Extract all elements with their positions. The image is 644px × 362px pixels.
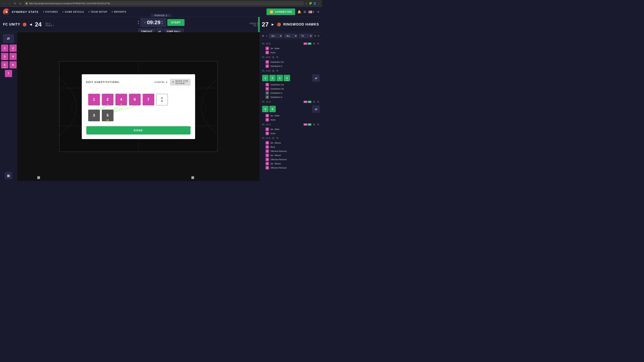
away-next-arrow[interactable]: ► bbox=[271, 22, 274, 27]
sb-player-2[interactable]: 2 bbox=[269, 75, 276, 81]
feed-event-6a: 2 2pt - Missed bbox=[261, 141, 321, 145]
modal-player-6[interactable]: 6 bbox=[129, 94, 141, 105]
edit-btn-3[interactable]: ✎ bbox=[276, 69, 279, 73]
nav-game-details[interactable]: GAME DETAILS bbox=[62, 11, 84, 13]
event-text-3a: Substitution Out bbox=[270, 84, 284, 86]
left-player-6[interactable]: 6 bbox=[10, 61, 16, 68]
away-team-name: RINGWOOD HAWKS bbox=[283, 23, 319, 27]
connected-btn[interactable]: 📶 CONNECTED bbox=[266, 9, 295, 15]
cancel-button[interactable]: CANCEL ✕ bbox=[154, 81, 168, 84]
period-p1-3: P1 bbox=[262, 70, 264, 72]
nav-fixtures[interactable]: FIXTURES bbox=[43, 11, 58, 13]
sb-player-1[interactable]: 1 bbox=[262, 75, 268, 81]
edit-btn-5[interactable]: ✎ bbox=[317, 123, 320, 126]
period-p1-6: P1 bbox=[262, 137, 264, 139]
event-text-5b: Assist bbox=[270, 132, 276, 135]
feed-event-3c: 2 Substitution In bbox=[261, 91, 321, 95]
start-button[interactable]: START bbox=[167, 19, 184, 26]
edit-btn-2[interactable]: ✎ bbox=[276, 55, 279, 59]
sb-player-5[interactable]: 5 bbox=[262, 106, 268, 112]
timer-down-arrow[interactable]: ▼ bbox=[138, 23, 140, 25]
copy-btn-6[interactable]: ⎘ bbox=[272, 136, 274, 140]
home-btn[interactable]: ⊙ bbox=[18, 2, 22, 5]
sidebar-header: ⚙ ✕ ALL ALL P1 ⎘ ✎ bbox=[260, 32, 322, 40]
mark-for-review-button[interactable]: ★ MARK FOR REVIEW bbox=[170, 79, 190, 86]
feed-event-6f: 2 2pt - Missed bbox=[261, 162, 321, 166]
feed-event-3b: 5 Substitution Out bbox=[261, 87, 321, 91]
copy-btn-4[interactable]: ⎘ bbox=[313, 100, 315, 104]
left-player-1[interactable]: 1 bbox=[1, 45, 8, 52]
logout-icon[interactable]: ⇥ bbox=[316, 10, 319, 14]
menu-icon[interactable]: ⋮ bbox=[318, 2, 320, 5]
done-button[interactable]: DONE bbox=[86, 126, 190, 135]
sb-player-6[interactable]: 6 bbox=[269, 106, 276, 112]
home-prev-arrow[interactable]: ◄ bbox=[29, 22, 33, 27]
edit-btn-4[interactable]: ✎ bbox=[317, 100, 320, 104]
profile-icon[interactable]: 👤 bbox=[313, 2, 316, 5]
shuffle-right-btn-1[interactable]: ⇄ bbox=[312, 74, 320, 82]
back-btn[interactable]: ← bbox=[2, 2, 6, 5]
left-player-3[interactable]: 3 bbox=[1, 53, 8, 60]
edit-substitutions-modal: EDIT SUBSTITUTIONS: CANCEL ✕ ★ MARK FOR … bbox=[82, 74, 195, 139]
left-player-7[interactable]: 7 bbox=[5, 70, 12, 77]
event-text-4a: 3pt - Made bbox=[270, 115, 280, 117]
grid-icon-bottom-right[interactable]: ▦ bbox=[191, 175, 194, 179]
shuffle-right-btn-2[interactable]: ⇄ bbox=[312, 105, 320, 113]
feed-period-row-3: P1 00:03 ⎘ ✎ bbox=[261, 68, 321, 74]
copy-btn-2[interactable]: ⎘ bbox=[272, 55, 274, 59]
filter-select-2[interactable]: ALL bbox=[284, 34, 298, 38]
filter-icon[interactable]: ⚙ bbox=[262, 34, 264, 38]
player-num-4: 4 bbox=[266, 47, 269, 50]
flag-area[interactable]: 🇺🇸 ▾ bbox=[308, 10, 314, 14]
event-text-6a: 2pt - Missed bbox=[270, 142, 281, 144]
player-num-6b: 6 bbox=[266, 128, 269, 131]
modal-more-players-btn[interactable]: ▾▾ bbox=[156, 94, 168, 105]
modal-player-2[interactable]: 2 bbox=[102, 94, 114, 105]
copy-btn-5[interactable]: ⎘ bbox=[313, 123, 315, 126]
sb-player-4[interactable]: 4 bbox=[284, 75, 290, 81]
nav-reports[interactable]: REPORTS bbox=[112, 11, 126, 13]
bookmark-icon[interactable]: ☆ bbox=[305, 2, 308, 5]
edit-btn-1[interactable]: ✎ bbox=[317, 42, 320, 46]
copy-btn-1[interactable]: ⎘ bbox=[313, 42, 315, 46]
copy-icon[interactable]: ⎘ bbox=[314, 34, 316, 38]
nav-team-setup[interactable]: TEAM SETUP bbox=[88, 11, 107, 13]
modal-player-4[interactable]: 4 bbox=[116, 94, 127, 105]
modal-player-7[interactable]: 7 bbox=[142, 94, 154, 105]
copy-btn-3[interactable]: ⎘ bbox=[272, 69, 274, 73]
left-player-4[interactable]: 4 bbox=[10, 53, 16, 60]
feed-event-6b: 1 Block bbox=[261, 145, 321, 149]
player-num-5a: 5 bbox=[266, 51, 269, 54]
modal-player-5[interactable]: 5 bbox=[102, 110, 114, 121]
away-team-section: FOULS: 0 TO: 1 27 ► 🏀 RINGWOOD HAWKS bbox=[188, 21, 319, 28]
modal-player-3[interactable]: 3 bbox=[88, 110, 100, 121]
grid-icon-left[interactable]: ▦ bbox=[5, 172, 12, 179]
url-bar[interactable]: 🔒 https://fg.sandpit.cloud.atriumsports.… bbox=[24, 1, 304, 6]
filter-x-icon[interactable]: ✕ bbox=[266, 35, 268, 37]
modal-title: EDIT SUBSTITUTIONS: bbox=[86, 81, 120, 84]
left-player-2[interactable]: 2 bbox=[10, 45, 16, 52]
modal-player-1[interactable]: 1 bbox=[88, 94, 100, 105]
edit-btn-6[interactable]: ✎ bbox=[276, 136, 279, 140]
event-text-1a: 3pt - Made bbox=[270, 48, 280, 50]
extensions-icon[interactable]: 🧩 bbox=[309, 2, 312, 5]
event-text-3d: Substitution In bbox=[270, 96, 282, 98]
basketball-court: EDIT SUBSTITUTIONS: CANCEL ✕ ★ MARK FOR … bbox=[59, 61, 218, 152]
modal-actions: CANCEL ✕ ★ MARK FOR REVIEW bbox=[154, 79, 190, 86]
sb-player-3[interactable]: 3 bbox=[276, 75, 283, 81]
settings-icon[interactable]: ⊞ bbox=[304, 10, 306, 14]
notification-icon[interactable]: 🔔 bbox=[298, 10, 301, 14]
app-title: SYNERGY STATS bbox=[12, 11, 38, 14]
filter-select-1[interactable]: ALL bbox=[269, 34, 282, 38]
event-text-3c: Substitution In bbox=[270, 92, 282, 94]
forward-btn[interactable]: → bbox=[8, 2, 12, 5]
shuffle-left-btn[interactable]: ⇄ bbox=[3, 34, 14, 43]
left-player-5[interactable]: 5 bbox=[1, 61, 8, 68]
refresh-btn[interactable]: ↻ bbox=[13, 2, 17, 5]
filter-select-3[interactable]: P1 bbox=[299, 34, 312, 38]
grid-icon-bottom-left[interactable]: ▦ bbox=[37, 175, 40, 179]
timer-up-arrow[interactable]: ▲ bbox=[138, 20, 140, 22]
edit-icon[interactable]: ✎ bbox=[317, 34, 320, 38]
feed-event-3d: 4 Substitution In bbox=[261, 95, 321, 99]
sidebar-player-row-2: 5 6 ⇄ bbox=[261, 105, 321, 114]
